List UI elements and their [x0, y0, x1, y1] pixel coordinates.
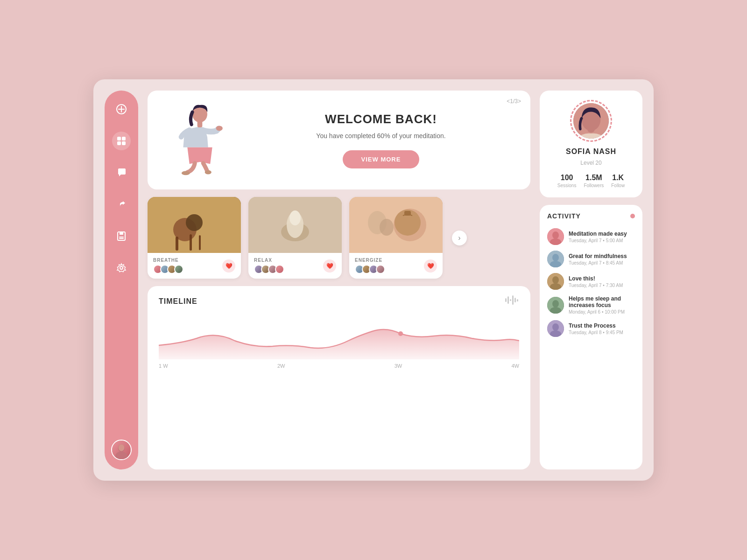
- svg-point-45: [588, 127, 595, 133]
- svg-rect-9: [119, 237, 124, 238]
- svg-rect-23: [176, 237, 178, 251]
- card-avatars-relax: [254, 265, 284, 274]
- activity-time-3: Tuesday, April 7 • 7:30 AM: [569, 283, 635, 288]
- activity-indicator: [630, 214, 635, 218]
- activity-item-4[interactable]: Helps me sleep and increases focus Monda…: [547, 293, 635, 317]
- svg-point-14: [119, 444, 125, 451]
- activity-header: ACTIVITY: [547, 212, 635, 220]
- timeline-title: TIMELINE: [159, 297, 197, 306]
- activity-avatar-3: [547, 273, 564, 290]
- activity-text-4: Helps me sleep and increases focus: [569, 295, 635, 308]
- activity-text-5: Trust the Process: [569, 322, 635, 329]
- activity-time-1: Tuesday, April 7 • 5:00 AM: [569, 238, 635, 243]
- like-button-energize[interactable]: ❤️: [424, 259, 437, 273]
- svg-point-59: [552, 323, 559, 331]
- activity-title: ACTIVITY: [547, 212, 581, 220]
- follow-label: Follow: [611, 183, 625, 188]
- like-button-breathe[interactable]: ❤️: [222, 259, 235, 273]
- chat-button[interactable]: [112, 163, 131, 182]
- app-container: <1/3>: [93, 79, 654, 481]
- activity-avatar-1: [547, 228, 564, 245]
- svg-rect-3: [117, 137, 121, 140]
- profile-stats: 100 Sessions 1.5M Followers 1.K Follow: [547, 174, 635, 188]
- card-breathe[interactable]: BREATHE ❤️: [148, 197, 241, 279]
- activity-item-1[interactable]: Meditation made easy Tuesday, April 7 • …: [547, 225, 635, 248]
- card-label-breathe: BREATHE: [153, 258, 183, 263]
- profile-card: SOFIA NASH Level 20 100 Sessions 1.5M Fo…: [540, 91, 642, 197]
- label-2w: 2W: [277, 363, 285, 369]
- svg-point-35: [380, 219, 394, 236]
- card-relax[interactable]: RELAX ❤️: [248, 197, 342, 279]
- activity-text-1: Meditation made easy: [569, 231, 635, 237]
- sessions-label: Sessions: [557, 183, 577, 188]
- activity-item-5[interactable]: Trust the Process Tuesday, April 8 • 9:4…: [547, 317, 635, 340]
- grid-button[interactable]: [112, 132, 131, 150]
- activity-text-3: Love this!: [569, 275, 635, 282]
- welcome-subtitle: You have completed 60% of your meditatio…: [256, 131, 506, 141]
- card-body-relax: RELAX ❤️: [248, 253, 342, 279]
- stat-followers: 1.5M Followers: [584, 174, 604, 188]
- activity-avatar-4: [547, 297, 564, 314]
- timeline-header: TIMELINE: [159, 295, 519, 307]
- cards-next-button[interactable]: ›: [452, 231, 467, 245]
- timeline-labels: 1 W 2W 3W 4W: [159, 363, 519, 369]
- stat-follow: 1.K Follow: [611, 174, 625, 188]
- svg-point-19: [205, 170, 211, 175]
- svg-point-47: [552, 231, 559, 239]
- user-avatar[interactable]: [111, 440, 132, 460]
- svg-point-16: [216, 126, 223, 131]
- follow-value: 1.K: [612, 174, 624, 182]
- svg-rect-10: [119, 238, 124, 239]
- svg-rect-17: [197, 121, 203, 127]
- svg-point-22: [186, 214, 203, 231]
- card-label-relax: RELAX: [254, 258, 284, 263]
- svg-point-11: [120, 266, 123, 269]
- settings-button[interactable]: [112, 259, 131, 277]
- share-button[interactable]: [112, 195, 131, 214]
- relax-image: [248, 197, 342, 253]
- activity-card: ACTIVITY Meditation made easy Tuesday, A…: [540, 205, 642, 469]
- save-button[interactable]: [112, 227, 131, 245]
- activity-avatar-5: [547, 320, 564, 337]
- activity-time-5: Tuesday, April 8 • 9:45 PM: [569, 330, 635, 335]
- svg-rect-5: [117, 141, 121, 145]
- svg-rect-41: [517, 299, 518, 301]
- activity-item-2[interactable]: Great for mindfulness Tuesday, April 7 •…: [547, 248, 635, 270]
- svg-rect-38: [510, 299, 511, 301]
- card-energize[interactable]: ENERGIZE ❤️: [349, 197, 443, 279]
- svg-point-18: [182, 171, 190, 175]
- label-1w: 1 W: [159, 363, 168, 369]
- svg-rect-39: [512, 295, 514, 305]
- activity-avatar-2: [547, 251, 564, 267]
- view-more-button[interactable]: VIEW MORE: [343, 150, 420, 168]
- sidebar: [105, 91, 138, 469]
- followers-label: Followers: [584, 183, 604, 188]
- svg-point-56: [552, 300, 559, 308]
- svg-rect-37: [507, 296, 509, 304]
- activity-text-2: Great for mindfulness: [569, 253, 635, 259]
- right-panel: SOFIA NASH Level 20 100 Sessions 1.5M Fo…: [540, 91, 642, 469]
- profile-name: SOFIA NASH: [566, 147, 616, 156]
- welcome-text: WELCOME BACK! You have completed 60% of …: [247, 112, 515, 168]
- timeline-chart: [159, 313, 519, 359]
- card-body-energize: ENERGIZE ❤️: [349, 253, 443, 279]
- followers-value: 1.5M: [585, 174, 602, 182]
- welcome-banner: <1/3>: [148, 91, 530, 189]
- like-button-relax[interactable]: ❤️: [323, 259, 336, 273]
- svg-point-42: [398, 331, 403, 336]
- timeline-section: TIMELINE: [148, 286, 530, 469]
- add-button[interactable]: [112, 100, 131, 119]
- activity-time-2: Tuesday, April 7 • 8:45 AM: [569, 260, 635, 266]
- waveform-icon: [505, 295, 519, 307]
- card-avatars-energize: [355, 265, 385, 274]
- energize-image: [349, 197, 443, 253]
- card-body-breathe: BREATHE ❤️: [148, 253, 241, 279]
- svg-rect-36: [505, 298, 507, 302]
- svg-rect-6: [122, 141, 126, 145]
- label-4w: 4W: [512, 363, 520, 369]
- activity-item-3[interactable]: Love this! Tuesday, April 7 • 7:30 AM: [547, 270, 635, 293]
- profile-avatar-wrapper: [570, 100, 612, 142]
- svg-point-50: [552, 254, 559, 261]
- illustration: [162, 102, 247, 178]
- cards-section: BREATHE ❤️: [148, 197, 530, 279]
